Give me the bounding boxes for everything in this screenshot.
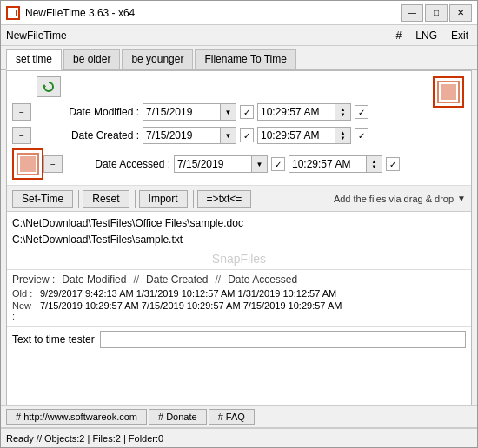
drag-hint: Add the files via drag & drop ▼ [253,194,466,204]
preview-col3: Date Accessed [228,273,297,286]
refresh-button[interactable] [37,76,61,97]
file-entry-1: C:\NetDownload\TestFiles\sample.txt [12,232,466,248]
menu-bar: NewFileTime # LNG Exit [1,25,477,46]
app-icon-top-right [433,76,464,108]
preview-label: Preview : [12,273,55,286]
app-icon-small [6,6,20,20]
status-bar: Ready // Objects:2 | Files:2 | Folder:0 [1,428,477,447]
minus-created-button[interactable]: − [12,127,31,144]
main-window: NewFileTime 3.63 - x64 — □ ✕ NewFileTime… [0,0,478,448]
maximize-button[interactable]: □ [425,4,448,22]
menu-lng[interactable]: LNG [412,29,441,43]
preview-new-label: New : [12,300,37,321]
minus-accessed-button[interactable]: − [43,155,63,173]
time-accessed-spinner[interactable]: ▲▼ [367,155,382,173]
arrow-button[interactable]: =>txt<= [197,190,252,208]
menu-exit[interactable]: Exit [448,29,472,43]
preview-old-row: Old : 9/29/2017 9:42:13 AM 1/31/2019 10:… [12,288,466,299]
time-modified-input[interactable] [257,103,335,121]
link-donate[interactable]: # Donate [149,409,207,425]
window-title: NewFileTime 3.63 - x64 [25,7,401,19]
time-modified-spinner[interactable]: ▲▼ [335,103,351,121]
menu-items: # LNG Exit [393,29,472,43]
action-bar: Set-Time Reset Import =>txt<= Add the fi… [7,186,471,212]
refresh-row [12,76,466,97]
window-controls: — □ ✕ [401,4,472,22]
tab-be-younger[interactable]: be younger [122,49,193,69]
watermark: SnapFiles [12,252,466,266]
date-accessed-outer: − Date Accessed : ▼ ▲▼ [12,148,466,180]
svg-marker-0 [43,84,46,87]
date-created-row: − Date Created : ▼ ▲▼ [12,125,466,146]
minimize-button[interactable]: — [401,4,423,22]
divider-1 [78,190,79,208]
time-created-input[interactable] [257,127,335,144]
date-created-input[interactable] [143,127,221,144]
date-created-date-check[interactable] [240,128,254,142]
text-tester-label: Text to time tester [12,333,95,346]
time-created-spinner[interactable]: ▲▼ [335,127,351,144]
preview-new-values: 7/15/2019 10:29:57 AM 7/15/2019 10:29:57… [40,300,342,321]
date-created-picker[interactable]: ▼ [221,127,236,144]
app-name: NewFileTime [6,30,393,42]
tabs-row: set time be older be younger Filename To… [1,46,477,70]
date-modified-label: Date Modified : [35,106,139,118]
date-created-label: Date Created : [35,129,139,142]
main-content: − Date Modified : ▼ ▲▼ − Date Created : … [6,70,472,405]
time-accessed-check[interactable] [386,157,400,171]
bottom-links: # http://www.softwareok.com # Donate # F… [1,405,477,428]
date-accessed-input[interactable] [174,155,252,173]
set-time-button[interactable]: Set-Time [12,190,73,208]
files-area: C:\NetDownload\TestFiles\Office Files\sa… [7,212,471,270]
title-bar: NewFileTime 3.63 - x64 — □ ✕ [1,1,477,25]
status-text: Ready // Objects:2 | Files:2 | Folder:0 [6,433,163,444]
date-modified-picker[interactable]: ▼ [221,103,236,121]
minus-modified-button[interactable]: − [12,103,31,121]
time-modified-check[interactable] [355,105,368,119]
text-tester-row: Text to time tester [7,327,471,352]
tab-filename-to-time[interactable]: Filename To Time [195,49,295,69]
file-entry-0: C:\NetDownload\TestFiles\Office Files\sa… [12,215,466,232]
preview-new-row: New : 7/15/2019 10:29:57 AM 7/15/2019 10… [12,300,466,321]
preview-header: Preview : Date Modified // Date Created … [12,273,466,286]
preview-old-values: 9/29/2017 9:42:13 AM 1/31/2019 10:12:57 … [40,288,336,299]
date-accessed-row: − Date Accessed : ▼ ▲▼ [43,154,403,175]
close-button[interactable]: ✕ [449,4,472,22]
date-accessed-date-check[interactable] [271,157,285,171]
import-button[interactable]: Import [139,190,188,208]
divider-2 [135,190,136,208]
preview-old-label: Old : [12,288,37,299]
preview-sep1: // [133,273,139,286]
date-modified-input[interactable] [143,103,221,121]
date-accessed-picker[interactable]: ▼ [252,155,268,173]
menu-hash[interactable]: # [393,29,406,43]
tab-set-time[interactable]: set time [6,49,62,70]
date-modified-date-check[interactable] [240,105,254,119]
refresh-icon [43,81,55,93]
text-tester-input[interactable] [100,331,466,348]
preview-col1: Date Modified [62,273,126,286]
drag-arrow-icon: ▼ [457,194,466,203]
link-faq[interactable]: # FAQ [209,409,255,425]
reset-button[interactable]: Reset [83,190,129,208]
date-modified-row: − Date Modified : ▼ ▲▼ [12,102,466,122]
preview-sep2: // [215,273,221,286]
time-created-check[interactable] [355,128,368,142]
preview-col2: Date Created [146,273,208,286]
date-accessed-label: Date Accessed : [66,158,170,170]
tab-be-older[interactable]: be older [63,49,120,69]
time-accessed-input[interactable] [289,155,367,173]
link-website[interactable]: # http://www.softwareok.com [6,409,147,425]
date-time-section: − Date Modified : ▼ ▲▼ − Date Created : … [7,71,471,186]
preview-section: Preview : Date Modified // Date Created … [7,270,471,327]
divider-3 [193,190,194,208]
app-icon-bottom-left [12,148,43,180]
